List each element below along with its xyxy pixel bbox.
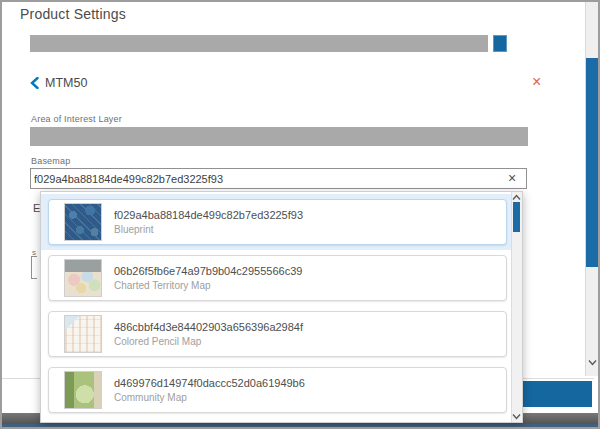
- basemap-option-community[interactable]: d469976d14974f0daccc52d0a61949b6 Communi…: [41, 362, 513, 418]
- basemap-thumbnail-charted-territory: [64, 259, 102, 297]
- basemap-thumbnail-community: [64, 371, 102, 409]
- basemap-option-colored-pencil[interactable]: 486cbbf4d3e84402903a656396a2984f Colored…: [41, 306, 513, 362]
- area-of-interest-input-redacted[interactable]: [30, 127, 528, 146]
- basemap-thumbnail-colored-pencil: [64, 315, 102, 353]
- basemap-option-title: Colored Pencil Map: [114, 336, 303, 347]
- basemap-option-id: 486cbbf4d3e84402903a656396a2984f: [114, 321, 303, 333]
- basemap-option-blueprint[interactable]: f029a4ba88184de499c82b7ed3225f93 Bluepri…: [41, 194, 513, 250]
- product-settings-dialog: Product Settings MTM50 × Area of Interes…: [0, 0, 600, 429]
- basemap-option-id: 06b26f5fb6e74a97b9b04c2955566c39: [114, 265, 302, 277]
- basemap-option-title: Charted Territory Map: [114, 280, 302, 291]
- basemap-option-partial[interactable]: [41, 418, 513, 423]
- basemap-option-title: Community Map: [114, 392, 305, 403]
- clear-input-icon[interactable]: ×: [508, 169, 516, 187]
- basemap-option-charted-territory[interactable]: 06b26f5fb6e74a97b9b04c2955566c39 Charted…: [41, 250, 513, 306]
- scrollbar-down-arrow-icon[interactable]: [588, 359, 597, 366]
- dropdown-scroll-down-icon[interactable]: [512, 413, 521, 420]
- basemap-thumbnail-blueprint: [64, 203, 102, 241]
- back-link-label: MTM50: [45, 76, 87, 90]
- basemap-label: Basemap: [31, 156, 70, 166]
- basemap-option-id: d469976d14974f0daccc52d0a61949b6: [114, 377, 305, 389]
- basemap-input[interactable]: [30, 168, 527, 189]
- chevron-left-icon: [30, 77, 39, 89]
- dropdown-scrollbar-thumb[interactable]: [513, 202, 520, 232]
- hidden-input-edge: [31, 256, 37, 279]
- dropdown-scrollbar-track[interactable]: [511, 192, 522, 422]
- page-title: Product Settings: [20, 6, 126, 22]
- basemap-option-list: f029a4ba88184de499c82b7ed3225f93 Bluepri…: [41, 194, 513, 423]
- close-icon[interactable]: ×: [532, 74, 541, 90]
- redacted-toolbar-placeholder: [30, 35, 488, 52]
- basemap-option-title: Blueprint: [114, 224, 303, 235]
- area-of-interest-label: Area of Interest Layer: [31, 114, 122, 124]
- back-link[interactable]: MTM50: [30, 76, 87, 90]
- basemap-dropdown: f029a4ba88184de499c82b7ed3225f93 Bluepri…: [40, 191, 523, 423]
- window-scrollbar-thumb[interactable]: [586, 58, 598, 267]
- accent-square: [493, 35, 507, 52]
- background-app-strip-edge: [2, 424, 598, 427]
- dropdown-scroll-up-icon[interactable]: [512, 194, 521, 201]
- basemap-option-id: f029a4ba88184de499c82b7ed3225f93: [114, 209, 303, 221]
